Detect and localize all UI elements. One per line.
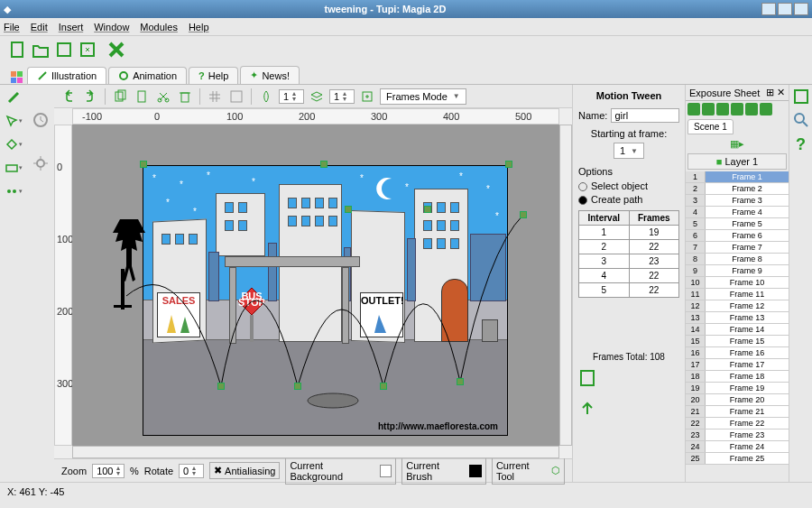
- frame-row[interactable]: 25Frame 25: [686, 453, 789, 465]
- bbox-handle[interactable]: [505, 161, 512, 168]
- frame-row[interactable]: 12Frame 12: [686, 300, 789, 312]
- frame-row[interactable]: 18Frame 18: [686, 371, 789, 383]
- move-up-icon[interactable]: [716, 103, 729, 115]
- expand-icon[interactable]: [760, 103, 772, 115]
- grid2-icon[interactable]: [227, 88, 245, 106]
- menu-edit[interactable]: Edit: [31, 22, 48, 32]
- create-path-radio[interactable]: Create path: [578, 194, 679, 205]
- frame-row[interactable]: 24Frame 24: [686, 441, 789, 453]
- lock-icon[interactable]: [745, 103, 758, 115]
- library-icon[interactable]: [793, 88, 809, 105]
- frame-row[interactable]: 8Frame 8: [686, 254, 789, 265]
- current-tool[interactable]: Current Tool⬡: [492, 457, 565, 485]
- frame-row[interactable]: 17Frame 17: [686, 359, 789, 371]
- palette-icon[interactable]: [7, 71, 27, 84]
- zoom-tool-icon[interactable]: [793, 112, 809, 128]
- viewport[interactable]: *********** SALES BUSSTOP OUTLET!: [72, 125, 559, 446]
- path-handle[interactable]: [380, 383, 387, 390]
- new-icon[interactable]: [7, 40, 27, 60]
- scrollbar-horizontal[interactable]: [72, 446, 559, 458]
- close-project-icon[interactable]: [106, 40, 126, 60]
- move-down-icon[interactable]: [731, 103, 743, 115]
- close-button[interactable]: [794, 3, 808, 15]
- path-handle[interactable]: [457, 378, 464, 385]
- grid-icon[interactable]: [206, 88, 224, 106]
- bbox-handle[interactable]: [140, 161, 147, 168]
- zoom-spinner[interactable]: 100▴▾: [92, 464, 125, 478]
- menu-help[interactable]: Help: [189, 22, 209, 32]
- fill-tool-icon[interactable]: ▾: [5, 135, 23, 153]
- maximize-button[interactable]: [778, 3, 792, 15]
- minimize-button[interactable]: [761, 3, 776, 15]
- tab-illustration[interactable]: Illustration: [27, 67, 106, 84]
- remove-frame-icon[interactable]: [702, 103, 715, 115]
- brush-tool-icon[interactable]: [5, 88, 23, 106]
- bbox-handle[interactable]: [320, 161, 328, 168]
- layers-icon[interactable]: [308, 88, 326, 106]
- menu-window[interactable]: Window: [94, 22, 129, 32]
- frame-row[interactable]: 4Frame 4: [686, 207, 789, 218]
- layer-tools-icon[interactable]: ▦▸: [730, 138, 744, 149]
- menu-modules[interactable]: Modules: [140, 22, 178, 32]
- frame-spinner[interactable]: 1▴▾: [279, 89, 304, 104]
- path-handle[interactable]: [294, 383, 301, 390]
- menu-insert[interactable]: Insert: [59, 22, 84, 32]
- select-tool-icon[interactable]: ▾: [5, 112, 23, 130]
- menu-file[interactable]: File: [4, 22, 20, 32]
- start-frame-dropdown[interactable]: 1▼: [614, 143, 644, 159]
- frame-row[interactable]: 2Frame 2: [686, 183, 789, 195]
- frame-row[interactable]: 14Frame 14: [686, 324, 789, 336]
- save-tween-icon[interactable]: [578, 369, 679, 387]
- tab-help[interactable]: ?Help: [189, 67, 238, 84]
- frame-row[interactable]: 13Frame 13: [686, 312, 789, 324]
- frame-row[interactable]: 1Frame 1: [686, 171, 789, 183]
- frame-row[interactable]: 20Frame 20: [686, 394, 789, 406]
- bbox-handle[interactable]: [424, 206, 431, 213]
- frame-row[interactable]: 15Frame 15: [686, 336, 789, 347]
- delete-icon[interactable]: [176, 88, 194, 106]
- open-icon[interactable]: [31, 40, 51, 60]
- path-handle[interactable]: [217, 383, 225, 390]
- frame-row[interactable]: 22Frame 22: [686, 418, 789, 429]
- gear-icon[interactable]: [32, 155, 49, 171]
- frame-row[interactable]: 5Frame 5: [686, 218, 789, 230]
- frame-row[interactable]: 21Frame 21: [686, 406, 789, 418]
- frame-row[interactable]: 9Frame 9: [686, 265, 789, 277]
- layer-spinner[interactable]: 1▴▾: [329, 89, 355, 104]
- export-icon[interactable]: [358, 88, 376, 106]
- save-icon[interactable]: [54, 40, 74, 60]
- rotate-spinner[interactable]: 0▴▾: [179, 464, 204, 478]
- tween-name-input[interactable]: [611, 108, 679, 123]
- path-handle[interactable]: [520, 211, 527, 218]
- tab-animation[interactable]: Animation: [108, 67, 187, 84]
- copy-icon[interactable]: [111, 88, 129, 106]
- scene-tab[interactable]: Scene 1: [687, 119, 734, 134]
- layer-header[interactable]: ■Layer 1: [687, 153, 787, 170]
- frame-row[interactable]: 10Frame 10: [686, 277, 789, 289]
- frame-row[interactable]: 7Frame 7: [686, 242, 789, 254]
- dock-controls[interactable]: ⊞ ✕: [766, 87, 785, 98]
- help-icon[interactable]: ?: [796, 135, 806, 154]
- cut-icon[interactable]: [154, 88, 172, 106]
- onion-icon[interactable]: [257, 88, 275, 106]
- history-icon[interactable]: [32, 112, 49, 128]
- scrollbar-vertical[interactable]: [559, 125, 572, 446]
- view-tool-icon[interactable]: ▾: [5, 159, 23, 177]
- frames-mode-dropdown[interactable]: Frames Mode▼: [380, 88, 466, 105]
- current-brush[interactable]: Current Brush: [401, 457, 486, 485]
- redo-icon[interactable]: [81, 88, 99, 106]
- frame-row[interactable]: 3Frame 3: [686, 195, 789, 207]
- frame-row[interactable]: 11Frame 11: [686, 289, 789, 300]
- frame-row[interactable]: 6Frame 6: [686, 230, 789, 242]
- undo-icon[interactable]: [60, 88, 78, 106]
- current-bg[interactable]: Current Background: [285, 457, 396, 485]
- select-object-radio[interactable]: Select object: [578, 180, 679, 191]
- bbox-handle[interactable]: [345, 206, 352, 213]
- antialiasing-toggle[interactable]: ✖Antialiasing: [209, 462, 280, 479]
- frame-row[interactable]: 23Frame 23: [686, 429, 789, 441]
- add-frame-icon[interactable]: [687, 103, 700, 115]
- tab-news[interactable]: ✦News!: [240, 66, 300, 84]
- saveas-icon[interactable]: [78, 40, 97, 60]
- frame-row[interactable]: 19Frame 19: [686, 383, 789, 394]
- paste-icon[interactable]: [133, 88, 151, 106]
